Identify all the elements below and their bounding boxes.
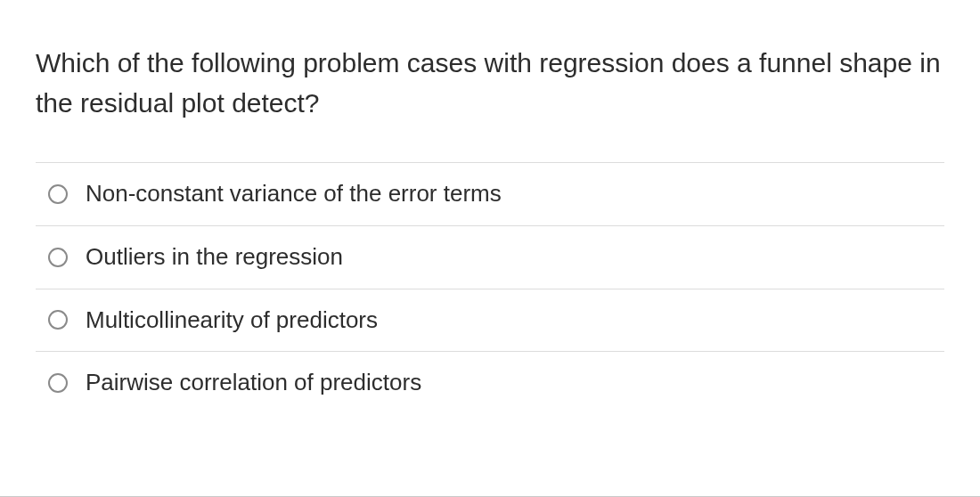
radio-icon[interactable] bbox=[48, 310, 68, 330]
answer-option[interactable]: Outliers in the regression bbox=[36, 225, 944, 289]
answer-option[interactable]: Multicollinearity of predictors bbox=[36, 289, 944, 352]
answer-option[interactable]: Non-constant variance of the error terms bbox=[36, 162, 944, 225]
answer-option[interactable]: Pairwise correlation of predictors bbox=[36, 351, 944, 414]
answer-options-list: Non-constant variance of the error terms… bbox=[36, 162, 944, 414]
answer-option-label: Non-constant variance of the error terms bbox=[86, 179, 502, 209]
answer-option-label: Pairwise correlation of predictors bbox=[86, 368, 421, 398]
radio-icon[interactable] bbox=[48, 373, 68, 393]
question-text: Which of the following problem cases wit… bbox=[36, 43, 944, 123]
answer-option-label: Outliers in the regression bbox=[86, 242, 343, 273]
radio-icon[interactable] bbox=[48, 184, 68, 204]
answer-option-label: Multicollinearity of predictors bbox=[86, 306, 378, 336]
radio-icon[interactable] bbox=[48, 248, 68, 267]
